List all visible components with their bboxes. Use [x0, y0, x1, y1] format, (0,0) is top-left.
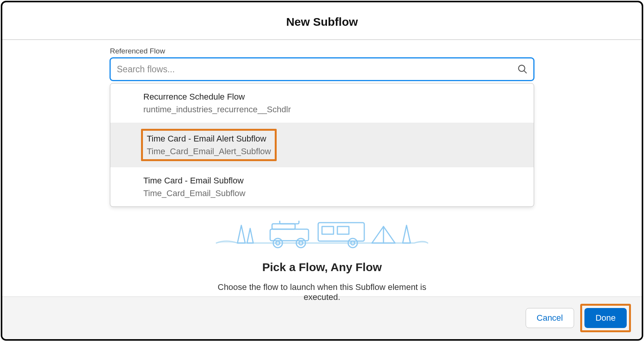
empty-state: Pick a Flow, Any Flow Choose the flow to…	[207, 221, 437, 302]
done-button-highlight: Done	[580, 304, 631, 332]
dropdown-item-api: Time_Card_Email_Alert_Subflow	[147, 145, 271, 158]
dropdown-item-recurrence[interactable]: Recurrence Schedule Flow runtime_industr…	[110, 83, 534, 123]
svg-rect-10	[322, 226, 334, 234]
empty-state-title: Pick a Flow, Any Flow	[207, 261, 437, 274]
svg-point-0	[519, 65, 525, 72]
svg-rect-9	[318, 223, 364, 241]
dropdown-item-api: runtime_industries_recurrence__Schdlr	[143, 103, 291, 116]
done-button[interactable]: Done	[584, 308, 627, 328]
search-input-wrap	[110, 58, 534, 81]
referenced-flow-label: Referenced Flow	[110, 47, 534, 55]
svg-rect-8	[280, 221, 299, 224]
cancel-button[interactable]: Cancel	[526, 308, 574, 328]
dropdown-item-api: Time_Card_Email_Subflow	[143, 187, 246, 200]
search-flows-input[interactable]	[110, 58, 534, 81]
dropdown-item-label: Recurrence Schedule Flow	[143, 90, 291, 103]
dropdown-item-label: Time Card - Email Subflow	[143, 174, 246, 187]
dropdown-item-label: Time Card - Email Alert Subflow	[147, 132, 271, 145]
camping-illustration-icon	[214, 221, 430, 251]
modal-body: Referenced Flow Recurrence Schedule Flow…	[2, 40, 642, 296]
svg-rect-3	[272, 224, 295, 229]
svg-rect-11	[337, 226, 349, 234]
modal-footer: Cancel Done	[2, 296, 642, 339]
new-subflow-modal: New Subflow Referenced Flow Recurrence S…	[1, 1, 643, 341]
svg-line-1	[524, 71, 527, 73]
dropdown-item-email-alert[interactable]: Time Card - Email Alert Subflow Time_Car…	[110, 123, 534, 167]
search-icon	[517, 64, 528, 75]
modal-header: New Subflow	[2, 2, 642, 40]
dropdown-item-email-subflow[interactable]: Time Card - Email Subflow Time_Card_Emai…	[110, 167, 534, 206]
empty-state-subtitle: Choose the flow to launch when this Subf…	[207, 282, 437, 302]
modal-title: New Subflow	[2, 15, 642, 28]
flow-dropdown: Recurrence Schedule Flow runtime_industr…	[110, 83, 534, 207]
